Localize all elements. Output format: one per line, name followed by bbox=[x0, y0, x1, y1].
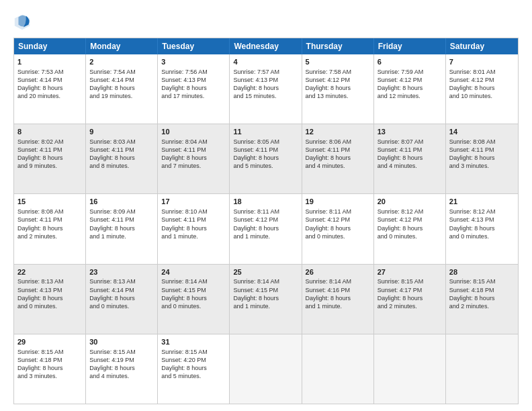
day-info-line: Sunrise: 7:59 AM bbox=[378, 68, 442, 76]
logo-icon bbox=[13, 12, 32, 31]
day-info-line: Sunset: 4:12 PM bbox=[233, 216, 298, 224]
day-info-line: Daylight: 8 hours bbox=[449, 294, 515, 302]
day-number: 25 bbox=[233, 267, 298, 277]
day-info-line: Sunset: 4:14 PM bbox=[17, 76, 82, 84]
day-number: 5 bbox=[306, 57, 370, 67]
logo bbox=[13, 12, 35, 31]
day-info-line: Daylight: 8 hours bbox=[89, 224, 154, 232]
day-info-line: Daylight: 8 hours bbox=[378, 224, 442, 232]
day-info-line: Sunset: 4:11 PM bbox=[89, 216, 154, 224]
day-number: 15 bbox=[17, 197, 82, 207]
day-info-line: Sunrise: 8:08 AM bbox=[17, 208, 82, 216]
day-info-line: Daylight: 8 hours bbox=[306, 224, 370, 232]
day-info-line: Sunrise: 8:15 AM bbox=[89, 348, 154, 356]
day-info-line: Sunrise: 8:05 AM bbox=[233, 138, 298, 146]
day-info-line: Sunset: 4:12 PM bbox=[306, 76, 370, 84]
empty-cell bbox=[230, 334, 302, 404]
day-info-line: and 5 minutes. bbox=[161, 372, 226, 380]
weekday-header-friday: Friday bbox=[374, 38, 446, 54]
day-info-line: Sunrise: 7:57 AM bbox=[233, 68, 298, 76]
day-info-line: and 15 minutes. bbox=[233, 92, 298, 100]
day-info-line: Sunset: 4:13 PM bbox=[233, 76, 298, 84]
day-info-line: Daylight: 8 hours bbox=[161, 294, 226, 302]
day-number: 18 bbox=[233, 197, 298, 207]
day-info-line: and 9 minutes. bbox=[17, 162, 82, 170]
day-info-line: Sunrise: 7:56 AM bbox=[161, 68, 226, 76]
weekday-header-saturday: Saturday bbox=[446, 38, 518, 54]
day-number: 26 bbox=[306, 267, 370, 277]
day-cell-21: 21Sunrise: 8:12 AMSunset: 4:13 PMDayligh… bbox=[446, 194, 518, 263]
day-info-line: Daylight: 8 hours bbox=[17, 294, 82, 302]
day-cell-23: 23Sunrise: 8:13 AMSunset: 4:14 PMDayligh… bbox=[86, 265, 158, 334]
day-info-line: Sunset: 4:11 PM bbox=[89, 146, 154, 154]
day-info-line: Sunrise: 8:14 AM bbox=[306, 277, 370, 285]
day-info-line: and 0 minutes. bbox=[89, 302, 154, 310]
day-info-line: Sunrise: 8:06 AM bbox=[306, 138, 370, 146]
calendar-row-3: 15Sunrise: 8:08 AMSunset: 4:11 PMDayligh… bbox=[14, 194, 518, 264]
day-number: 29 bbox=[17, 337, 82, 347]
day-info-line: Sunset: 4:11 PM bbox=[233, 146, 298, 154]
day-cell-20: 20Sunrise: 8:12 AMSunset: 4:12 PMDayligh… bbox=[374, 194, 446, 263]
calendar-row-1: 1Sunrise: 7:53 AMSunset: 4:14 PMDaylight… bbox=[14, 54, 518, 124]
day-number: 4 bbox=[233, 57, 298, 67]
day-info-line: and 20 minutes. bbox=[17, 92, 82, 100]
day-info-line: Sunrise: 8:08 AM bbox=[449, 138, 515, 146]
day-info-line: Daylight: 8 hours bbox=[89, 364, 154, 372]
calendar: SundayMondayTuesdayWednesdayThursdayFrid… bbox=[13, 38, 519, 404]
day-info-line: Sunset: 4:18 PM bbox=[449, 286, 515, 294]
day-info-line: Daylight: 8 hours bbox=[161, 84, 226, 92]
day-cell-29: 29Sunrise: 8:15 AMSunset: 4:18 PMDayligh… bbox=[14, 334, 86, 404]
day-info-line: and 8 minutes. bbox=[89, 162, 154, 170]
day-info-line: and 0 minutes. bbox=[306, 232, 370, 240]
day-info-line: and 0 minutes. bbox=[161, 302, 226, 310]
day-info-line: Sunset: 4:13 PM bbox=[161, 76, 226, 84]
day-info-line: and 0 minutes. bbox=[17, 302, 82, 310]
day-number: 11 bbox=[233, 127, 298, 137]
day-number: 20 bbox=[378, 197, 442, 207]
day-info-line: Sunrise: 8:15 AM bbox=[378, 277, 442, 285]
day-cell-25: 25Sunrise: 8:14 AMSunset: 4:15 PMDayligh… bbox=[230, 265, 302, 334]
day-cell-15: 15Sunrise: 8:08 AMSunset: 4:11 PMDayligh… bbox=[14, 194, 86, 263]
day-number: 19 bbox=[306, 197, 370, 207]
day-info-line: Sunrise: 8:14 AM bbox=[161, 277, 226, 285]
day-number: 22 bbox=[17, 267, 82, 277]
day-info-line: Daylight: 8 hours bbox=[161, 224, 226, 232]
day-info-line: Sunset: 4:11 PM bbox=[306, 146, 370, 154]
day-number: 9 bbox=[89, 127, 154, 137]
day-info-line: Sunset: 4:11 PM bbox=[161, 146, 226, 154]
day-cell-4: 4Sunrise: 7:57 AMSunset: 4:13 PMDaylight… bbox=[230, 54, 302, 124]
day-info-line: Daylight: 8 hours bbox=[306, 294, 370, 302]
calendar-row-5: 29Sunrise: 8:15 AMSunset: 4:18 PMDayligh… bbox=[14, 334, 518, 404]
day-info-line: Sunset: 4:12 PM bbox=[378, 76, 442, 84]
day-info-line: Sunset: 4:13 PM bbox=[17, 286, 82, 294]
day-info-line: Sunrise: 8:15 AM bbox=[449, 277, 515, 285]
day-cell-7: 7Sunrise: 8:01 AMSunset: 4:12 PMDaylight… bbox=[446, 54, 518, 124]
day-info-line: Sunrise: 8:03 AM bbox=[89, 138, 154, 146]
day-cell-6: 6Sunrise: 7:59 AMSunset: 4:12 PMDaylight… bbox=[374, 54, 446, 124]
weekday-header-tuesday: Tuesday bbox=[158, 38, 230, 54]
day-info-line: Sunrise: 8:11 AM bbox=[233, 208, 298, 216]
day-info-line: and 4 minutes. bbox=[306, 162, 370, 170]
day-info-line: Daylight: 8 hours bbox=[233, 154, 298, 162]
day-info-line: Sunset: 4:19 PM bbox=[89, 356, 154, 364]
day-info-line: Sunset: 4:11 PM bbox=[378, 146, 442, 154]
day-info-line: Sunrise: 7:53 AM bbox=[17, 68, 82, 76]
day-info-line: Sunrise: 7:54 AM bbox=[89, 68, 154, 76]
day-number: 23 bbox=[89, 267, 154, 277]
day-info-line: Sunset: 4:12 PM bbox=[306, 216, 370, 224]
day-info-line: Daylight: 8 hours bbox=[378, 84, 442, 92]
day-info-line: Sunset: 4:16 PM bbox=[306, 286, 370, 294]
day-cell-14: 14Sunrise: 8:08 AMSunset: 4:11 PMDayligh… bbox=[446, 124, 518, 193]
weekday-header-thursday: Thursday bbox=[302, 38, 374, 54]
day-info-line: Daylight: 8 hours bbox=[17, 364, 82, 372]
header bbox=[13, 12, 519, 31]
day-info-line: Sunset: 4:13 PM bbox=[449, 216, 515, 224]
day-info-line: Daylight: 8 hours bbox=[449, 154, 515, 162]
day-info-line: Sunrise: 8:12 AM bbox=[378, 208, 442, 216]
day-number: 12 bbox=[306, 127, 370, 137]
day-info-line: Sunrise: 8:09 AM bbox=[89, 208, 154, 216]
day-info-line: Sunset: 4:14 PM bbox=[89, 286, 154, 294]
day-number: 8 bbox=[17, 127, 82, 137]
weekday-header-monday: Monday bbox=[86, 38, 158, 54]
day-info-line: Sunset: 4:12 PM bbox=[378, 216, 442, 224]
